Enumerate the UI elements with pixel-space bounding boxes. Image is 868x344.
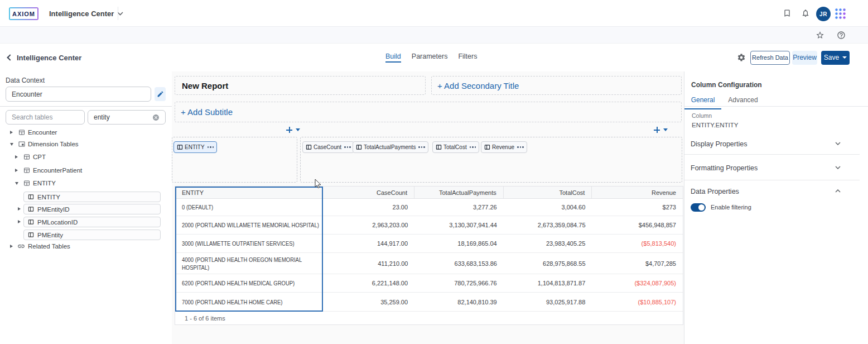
tab-filters[interactable]: Filters [458, 52, 477, 63]
table-row[interactable]: 0 (DEFAULT) 23.00 3,277.26 3,004.60 $273 [175, 199, 683, 216]
chip-menu-icon[interactable] [208, 146, 214, 148]
add-row-column-control[interactable] [286, 127, 300, 133]
save-button[interactable]: Save [821, 51, 850, 65]
chevron-down-icon[interactable] [835, 166, 841, 169]
chevron-down-icon[interactable] [835, 142, 841, 145]
add-secondary-title-box[interactable]: + Add Secondary Title [431, 76, 682, 95]
caret-right-icon[interactable] [18, 207, 21, 211]
plus-icon[interactable] [654, 127, 660, 133]
field-item-pmentity[interactable]: PMEntity [23, 230, 161, 240]
top-bar: AXIOM Intelligence Center JR [0, 0, 868, 27]
preview-button[interactable]: Preview [792, 51, 817, 65]
help-icon[interactable] [837, 31, 846, 40]
config-tab-advanced[interactable]: Advanced [721, 96, 765, 109]
add-subtitle-box[interactable]: + Add Subtitle [175, 102, 682, 122]
enable-filtering-label: Enable filtering [711, 204, 751, 211]
column-search-input[interactable]: entity [88, 110, 166, 125]
col-header-casecount[interactable]: CaseCount [322, 187, 414, 198]
dimension-tables-icon [18, 141, 25, 147]
table-row[interactable]: 4000 (PORTLAND HEALTH OREGON MEMORIAL HO… [175, 253, 683, 274]
back-chevron-icon [7, 54, 13, 60]
favorite-star-icon[interactable] [816, 31, 824, 40]
tree-item-dimension-tables[interactable]: Dimension Tables [10, 140, 79, 149]
table-icon [23, 167, 30, 174]
table-row[interactable]: 2000 (PORTLAND WILLAMETTE MEMORIAL HOSPI… [175, 216, 683, 235]
tree-item-encounter[interactable]: Encounter [10, 128, 57, 137]
section-data-properties[interactable]: Data Properties [691, 188, 739, 195]
add-value-column-control[interactable] [654, 127, 668, 133]
page: AXIOM Intelligence Center JR [0, 0, 868, 344]
caret-right-icon[interactable] [10, 131, 13, 134]
caret-down-icon[interactable] [10, 143, 13, 146]
bookmark-icon[interactable] [783, 8, 792, 18]
back-label: Intelligence Center [17, 54, 81, 62]
search-tables-input[interactable]: Search tables [6, 110, 85, 125]
chip-menu-icon[interactable] [418, 146, 425, 148]
gear-icon[interactable] [737, 53, 746, 62]
table-row[interactable]: 3000 (WILLAMETTE OUTPATIENT SERVICES) 14… [175, 235, 683, 253]
field-item-pmentityid[interactable]: PMEntityID [23, 204, 161, 214]
chip-menu-icon[interactable] [470, 146, 476, 148]
col-header-totalactualpayments[interactable]: TotalActualPayments [414, 187, 504, 198]
chip-totalactualpayments[interactable]: TotalActualPayments [353, 141, 428, 153]
table-icon [23, 180, 30, 187]
app-menu[interactable]: Intelligence Center [49, 0, 123, 27]
caret-down-icon[interactable] [663, 128, 668, 131]
secondary-bar [0, 27, 868, 44]
axiom-logo[interactable]: AXIOM [9, 7, 38, 20]
section-formatting-properties[interactable]: Formatting Properties [691, 164, 758, 172]
chip-casecount[interactable]: CaseCount [302, 141, 354, 153]
caret-right-icon[interactable] [15, 155, 18, 159]
section-display-properties[interactable]: Display Properties [691, 140, 747, 148]
col-header-entity[interactable]: ENTITY [175, 187, 322, 198]
chip-revenue[interactable]: Revenue [481, 141, 527, 153]
tab-build[interactable]: Build [385, 52, 401, 63]
column-icon [28, 232, 34, 238]
table-row[interactable]: 6200 (PORTLAND HEALTH MEDICAL GROUP) 6,2… [175, 274, 683, 293]
field-item-pmlocationid[interactable]: PMLocationID [23, 217, 161, 227]
data-context-sidebar: Data Context Encounter Search tables ent… [0, 71, 172, 344]
chevron-up-icon[interactable] [835, 189, 841, 193]
edit-context-button[interactable] [155, 87, 166, 101]
col-header-totalcost[interactable]: TotalCost [504, 187, 592, 198]
tree-item-cpt[interactable]: CPT [15, 152, 46, 161]
build-tabs: Build Parameters Filters [385, 52, 477, 63]
caret-down-icon[interactable] [15, 182, 18, 185]
data-context-input[interactable]: Encounter [6, 87, 151, 102]
report-title: New Report [182, 81, 228, 90]
enable-filtering-toggle[interactable] [691, 203, 706, 212]
report-title-box[interactable]: New Report [175, 76, 426, 95]
caret-right-icon[interactable] [10, 245, 13, 248]
chip-menu-icon[interactable] [344, 146, 351, 148]
refresh-data-button[interactable]: Refresh Data [750, 51, 790, 65]
table-row[interactable]: 7000 (PORTLAND HEALTH HOME CARE) 35,259.… [175, 293, 683, 312]
col-header-revenue[interactable]: Revenue [592, 187, 683, 198]
caret-right-icon[interactable] [18, 220, 21, 223]
data-context-value: Encounter [12, 90, 42, 98]
chip-entity[interactable]: ENTITY [173, 141, 217, 153]
caret-right-icon[interactable] [15, 169, 18, 172]
mouse-cursor [315, 179, 322, 189]
bell-icon[interactable] [801, 8, 810, 18]
save-label: Save [824, 54, 839, 61]
avatar[interactable]: JR [816, 7, 831, 21]
clear-search-icon[interactable] [152, 114, 160, 121]
chip-totalcost[interactable]: TotalCost [432, 141, 479, 153]
add-subtitle-label: + Add Subtitle [181, 107, 233, 117]
config-tab-general[interactable]: General [684, 96, 721, 109]
plus-icon[interactable] [286, 127, 292, 133]
tree-item-entity-table[interactable]: ENTITY [15, 179, 56, 188]
table-icon [18, 129, 25, 136]
chip-menu-icon[interactable] [517, 146, 524, 148]
apps-grid-icon[interactable] [835, 8, 846, 20]
field-item-entity[interactable]: ENTITY [23, 192, 161, 202]
tab-parameters[interactable]: Parameters [412, 52, 448, 63]
tree-item-related-tables[interactable]: Related Tables [10, 242, 70, 251]
add-secondary-title-label: + Add Secondary Title [437, 81, 519, 90]
column-value: ENTITY.ENTITY [692, 122, 739, 128]
topbar-divider [118, 7, 118, 20]
back-link[interactable]: Intelligence Center [8, 44, 81, 71]
caret-down-icon[interactable] [296, 128, 300, 131]
column-label: Column [692, 112, 712, 119]
tree-item-encounterpatient[interactable]: EncounterPatient [15, 166, 82, 175]
